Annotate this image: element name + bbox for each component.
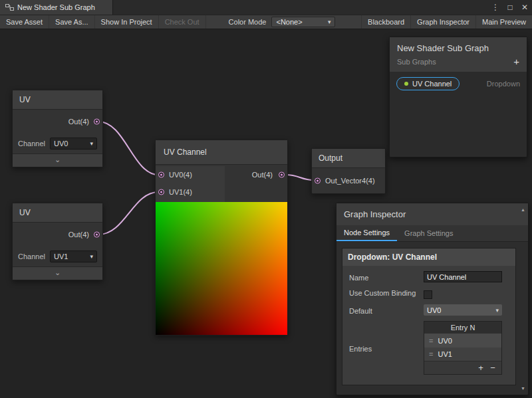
maximize-icon[interactable]: □	[503, 3, 517, 12]
list-item: UV Channel Dropdown	[396, 77, 520, 90]
blackboard-body: UV Channel Dropdown	[390, 72, 527, 96]
chevron-down-icon: ▾	[90, 140, 93, 147]
blackboard-toggle-button[interactable]: Blackboard	[361, 15, 410, 29]
output-port[interactable]	[279, 172, 285, 178]
node-uv-top[interactable]: UV Out(4) Channel UV0 ▾ ⌄	[12, 90, 103, 167]
add-property-button[interactable]: +	[513, 58, 519, 66]
chevron-down-icon: ▾	[328, 19, 331, 25]
scroll-up-icon[interactable]: ▲	[521, 207, 525, 212]
graph-inspector-panel[interactable]: Graph Inspector Node Settings Graph Sett…	[336, 203, 529, 395]
node-uv-channel[interactable]: UV Channel UV0(4) UV1(4) Out(4)	[155, 140, 288, 336]
blackboard-subtitle: Sub Graphs	[397, 58, 436, 66]
window-menu-icon[interactable]: ⋮	[488, 3, 503, 12]
chevron-down-icon: ▾	[495, 307, 499, 314]
port-label-uv1: UV1(4)	[169, 188, 192, 196]
port-label-out: Out(4)	[68, 118, 89, 126]
drag-handle-icon[interactable]: =	[429, 350, 433, 358]
entries-column-header: Entry N	[424, 322, 501, 334]
node-output[interactable]: Output Out_Vector4(4)	[311, 148, 386, 194]
dropdown-settings-card: Dropdown: UV Channel Name Use Custom Bin…	[342, 248, 516, 385]
port-label-out: Out(4)	[252, 171, 273, 179]
default-label: Default	[349, 306, 424, 315]
main-preview-toggle-button[interactable]: Main Preview	[475, 15, 532, 29]
name-label: Name	[349, 272, 424, 282]
collapse-chevron[interactable]: ⌄	[13, 266, 102, 280]
blackboard-item-uv-channel[interactable]: UV Channel	[396, 77, 460, 90]
channel-dropdown[interactable]: UV1 ▾	[50, 250, 97, 262]
channel-value: UV0	[54, 140, 68, 148]
channel-dropdown[interactable]: UV0 ▾	[50, 138, 97, 149]
input-port-uv0[interactable]	[158, 172, 164, 178]
blackboard-panel[interactable]: New Shader Sub Graph Sub Graphs + UV Cha…	[389, 37, 527, 157]
color-mode-label: Color Mode	[223, 15, 272, 29]
inspector-content: Dropdown: UV Channel Name Use Custom Bin…	[336, 242, 528, 389]
blackboard-header[interactable]: New Shader Sub Graph Sub Graphs +	[390, 37, 527, 72]
save-as-button[interactable]: Save As...	[49, 15, 95, 29]
tab-title: New Shader Sub Graph	[17, 3, 95, 11]
blackboard-item-label: UV Channel	[412, 80, 452, 88]
channel-label: Channel	[18, 252, 47, 260]
default-dropdown[interactable]: UV0 ▾	[424, 304, 502, 316]
inspector-tabs: Node Settings Graph Settings	[336, 225, 528, 242]
entries-label: Entries	[349, 344, 424, 353]
section-title: Dropdown: UV Channel	[342, 249, 515, 266]
node-title[interactable]: UV Channel	[156, 140, 287, 165]
edge-uvchannel-to-output[interactable]	[285, 175, 313, 180]
exposed-dot-icon	[404, 82, 408, 86]
tab-graph-settings[interactable]: Graph Settings	[397, 225, 460, 241]
node-title[interactable]: UV	[13, 90, 102, 110]
remove-entry-button[interactable]: −	[488, 363, 497, 373]
color-mode-dropdown[interactable]: <None> ▾	[271, 17, 335, 27]
save-asset-button[interactable]: Save Asset	[0, 15, 49, 29]
inspector-header[interactable]: Graph Inspector	[336, 203, 528, 225]
edge-uv0-to-uvchannel[interactable]	[98, 122, 158, 175]
table-row[interactable]: = UV0	[424, 334, 501, 348]
graph-inspector-toggle-button[interactable]: Graph Inspector	[410, 15, 475, 29]
graph-canvas[interactable]: UV Out(4) Channel UV0 ▾ ⌄ UV Out(4) Chan…	[0, 29, 532, 398]
scroll-down-icon[interactable]: ▼	[521, 386, 525, 391]
channel-value: UV1	[54, 252, 68, 260]
default-value: UV0	[427, 306, 441, 314]
node-title[interactable]: Output	[312, 149, 385, 168]
use-custom-binding-label: Use Custom Binding	[349, 288, 419, 297]
port-label-out: Out(4)	[68, 231, 89, 239]
drag-handle-icon[interactable]: =	[429, 337, 433, 345]
input-port-uv1[interactable]	[158, 189, 164, 195]
uv-gradient-preview	[156, 202, 287, 335]
entries-table: Entry N = UV0 = UV1 + −	[424, 321, 502, 375]
chevron-down-icon: ▾	[90, 253, 93, 260]
toolbar: Save Asset Save As... Show In Project Ch…	[0, 15, 532, 29]
collapse-chevron[interactable]: ⌄	[13, 153, 102, 167]
tab-node-settings[interactable]: Node Settings	[336, 225, 397, 241]
inspector-scrollbar[interactable]: ▲ ▼	[520, 207, 526, 391]
tab-shader-subgraph[interactable]: New Shader Sub Graph	[0, 0, 113, 15]
node-uv-bottom[interactable]: UV Out(4) Channel UV1 ▾ ⌄	[12, 203, 103, 280]
entry-value: UV1	[438, 350, 452, 358]
window-titlebar: New Shader Sub Graph ⋮ □ ✕	[0, 0, 532, 15]
port-label-uv0: UV0(4)	[169, 171, 192, 179]
edge-uv1-to-uvchannel[interactable]	[98, 192, 158, 235]
name-input[interactable]	[424, 271, 502, 282]
check-out-button: Check Out	[159, 15, 206, 29]
close-icon[interactable]: ✕	[517, 3, 532, 12]
titlebar-spacer	[113, 0, 488, 15]
add-entry-button[interactable]: +	[476, 363, 485, 373]
inspector-title: Graph Inspector	[344, 209, 521, 219]
show-in-project-button[interactable]: Show In Project	[95, 15, 159, 29]
use-custom-binding-checkbox[interactable]	[424, 290, 432, 299]
output-port[interactable]	[94, 119, 100, 125]
blackboard-item-type: Dropdown	[487, 80, 520, 88]
table-row[interactable]: = UV1	[424, 348, 501, 361]
channel-label: Channel	[18, 140, 47, 148]
blackboard-title: New Shader Sub Graph	[397, 43, 519, 53]
port-label-out-vector4: Out_Vector4(4)	[325, 177, 375, 185]
input-port-out-vector4[interactable]	[315, 178, 321, 184]
node-title[interactable]: UV	[13, 203, 102, 223]
color-mode-value: <None>	[276, 18, 302, 26]
shader-graph-icon	[5, 3, 14, 11]
entry-value: UV0	[438, 337, 452, 345]
output-port[interactable]	[94, 232, 100, 238]
